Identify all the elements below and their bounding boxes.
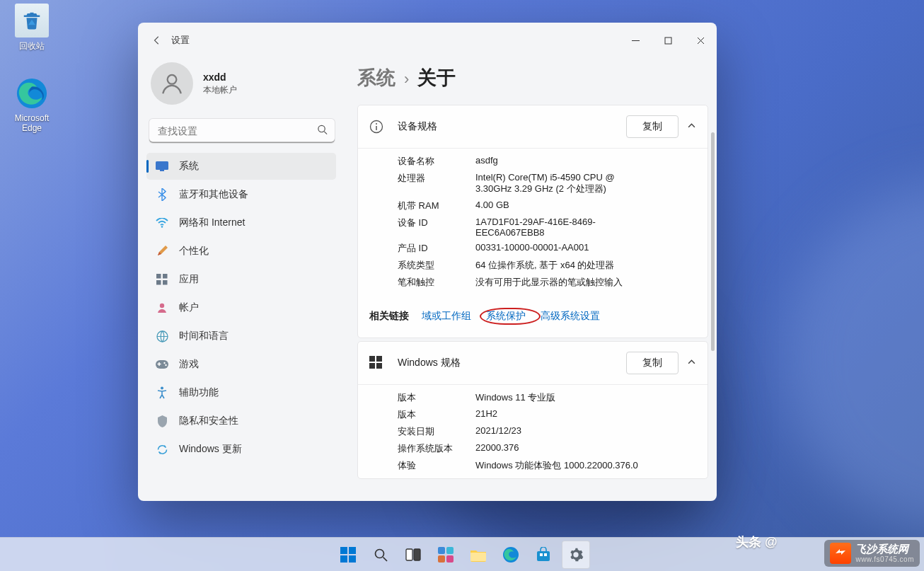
spec-row: 产品 ID00331-10000-00001-AA001	[398, 240, 695, 257]
spec-row: 设备名称asdfg	[398, 153, 695, 170]
nav-apps[interactable]: 应用	[146, 266, 336, 293]
spec-key: 操作系统版本	[398, 442, 475, 455]
profile[interactable]: xxdd 本地帐户	[146, 58, 343, 116]
profile-account: 本地帐户	[203, 84, 237, 96]
svg-rect-37	[540, 553, 543, 556]
nav-label: 蓝牙和其他设备	[179, 188, 248, 201]
spec-value: Windows 11 专业版	[475, 391, 695, 404]
avatar	[151, 62, 193, 105]
recycle-bin-label: 回收站	[19, 41, 45, 51]
close-button[interactable]	[684, 28, 717, 53]
settings-window: 设置 xxdd 本地帐户	[138, 23, 717, 501]
nav-time-language[interactable]: 时间和语言	[146, 323, 336, 350]
titlebar: 设置	[138, 23, 717, 58]
edge-label: Microsoft Edge	[15, 113, 50, 133]
nav-bluetooth[interactable]: 蓝牙和其他设备	[146, 181, 336, 208]
nav-label: 帐户	[179, 301, 199, 314]
nav-windows-update[interactable]: Windows 更新	[146, 436, 336, 463]
svg-point-14	[163, 362, 165, 364]
spec-row: 设备 ID1A7D1F01-29AF-416E-8469-EEC6A067EBB…	[398, 214, 695, 240]
nav-accounts[interactable]: 帐户	[146, 294, 336, 321]
back-button[interactable]	[146, 30, 168, 51]
nav-system[interactable]: 系统	[146, 153, 336, 180]
task-view[interactable]	[399, 541, 427, 569]
gaming-icon	[155, 357, 169, 371]
svg-rect-10	[163, 280, 168, 285]
svg-rect-25	[340, 555, 347, 563]
recycle-bin-icon[interactable]: 回收站	[4, 4, 60, 52]
copy-device-specs[interactable]: 复制	[626, 115, 678, 138]
widgets[interactable]	[432, 541, 460, 569]
svg-rect-21	[369, 363, 375, 369]
svg-rect-7	[156, 274, 161, 279]
related-links: 相关链接 域或工作组 系统保护 高级系统设置	[358, 295, 708, 338]
edge-browser-icon[interactable]: Microsoft Edge	[4, 76, 60, 133]
nav-network[interactable]: 网络和 Internet	[146, 209, 336, 236]
svg-rect-31	[446, 547, 454, 554]
svg-rect-19	[369, 356, 375, 362]
device-specs-body: 设备名称asdfg处理器Intel(R) Core(TM) i5-4590 CP…	[358, 149, 708, 295]
nav-gaming[interactable]: 游戏	[146, 351, 336, 378]
spec-value: 64 位操作系统, 基于 x64 的处理器	[475, 259, 695, 272]
svg-rect-23	[340, 547, 347, 554]
spec-key: 设备名称	[398, 155, 475, 168]
svg-rect-22	[376, 363, 382, 369]
nav-label: 系统	[179, 160, 199, 173]
update-icon	[155, 442, 169, 456]
taskbar-search[interactable]	[366, 541, 395, 569]
nav-label: 游戏	[179, 358, 199, 371]
nav: 系统 蓝牙和其他设备 网络和 Internet 个性化 应用	[146, 153, 336, 464]
svg-point-11	[160, 304, 164, 308]
svg-point-27	[376, 549, 384, 558]
file-explorer[interactable]	[464, 541, 492, 569]
taskbar-store[interactable]	[529, 541, 558, 569]
info-icon	[369, 120, 383, 134]
spec-row: 机带 RAM4.00 GB	[398, 197, 695, 214]
spec-value: Windows 功能体验包 1000.22000.376.0	[475, 459, 695, 472]
svg-rect-34	[470, 553, 486, 561]
svg-rect-4	[156, 161, 168, 170]
scrollbar[interactable]	[711, 132, 715, 497]
nav-label: 辅助功能	[179, 386, 219, 399]
svg-rect-26	[349, 555, 356, 563]
collapse-icon[interactable]	[687, 357, 696, 369]
device-specs-card: 设备规格 复制 设备名称asdfg处理器Intel(R) Core(TM) i5…	[357, 105, 708, 338]
taskbar-edge[interactable]	[497, 541, 525, 569]
spec-row: 系统类型64 位操作系统, 基于 x64 的处理器	[398, 257, 695, 274]
nav-accessibility[interactable]: 辅助功能	[146, 379, 336, 406]
spec-row: 版本Windows 11 专业版	[398, 389, 695, 406]
windows-specs-title: Windows 规格	[398, 357, 626, 369]
nav-privacy[interactable]: 隐私和安全性	[146, 408, 336, 434]
windows-specs-card: Windows 规格 复制 版本Windows 11 专业版版本21H2安装日期…	[357, 341, 708, 479]
svg-rect-29	[414, 549, 420, 560]
search-input[interactable]	[149, 119, 335, 143]
apps-icon	[155, 272, 169, 287]
minimize-button[interactable]	[619, 28, 652, 53]
spec-row: 安装日期2021/12/23	[398, 423, 695, 440]
shield-icon	[155, 414, 169, 428]
taskbar	[0, 537, 924, 571]
highlight-circle: 系统保护	[480, 308, 541, 325]
breadcrumb-root[interactable]: 系统	[357, 65, 395, 91]
accessibility-icon	[155, 386, 169, 400]
link-domain-workgroup[interactable]: 域或工作组	[422, 310, 471, 323]
spec-row: 体验Windows 功能体验包 1000.22000.376.0	[398, 457, 695, 474]
watermark-brand: 飞沙系统网 www.fs0745.com	[824, 540, 920, 567]
maximize-button[interactable]	[652, 28, 684, 53]
bluetooth-icon	[155, 188, 169, 202]
svg-rect-32	[438, 555, 445, 563]
link-system-protection[interactable]: 系统保护	[486, 311, 526, 321]
system-icon	[155, 159, 169, 173]
spec-value: 没有可用于此显示器的笔或触控输入	[475, 276, 695, 289]
nav-personalization[interactable]: 个性化	[146, 238, 336, 265]
profile-name: xxdd	[203, 71, 237, 83]
collapse-icon[interactable]	[687, 120, 696, 133]
link-advanced-system[interactable]: 高级系统设置	[541, 310, 600, 323]
spec-key: 处理器	[398, 172, 475, 195]
copy-windows-specs[interactable]: 复制	[626, 352, 678, 374]
start-button[interactable]	[334, 541, 362, 569]
taskbar-settings[interactable]	[562, 541, 590, 569]
windows-specs-body: 版本Windows 11 专业版版本21H2安装日期2021/12/23操作系统…	[358, 385, 708, 478]
svg-point-16	[161, 387, 163, 390]
svg-rect-20	[376, 356, 382, 362]
